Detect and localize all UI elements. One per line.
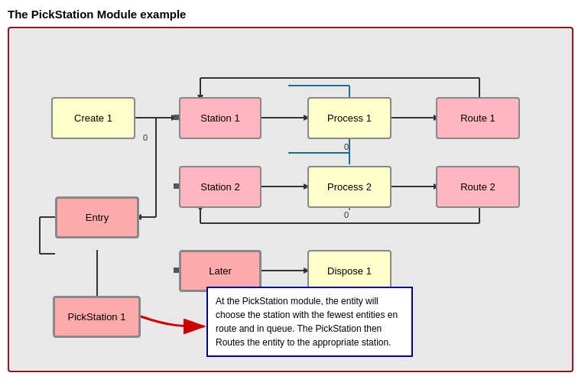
process2-block: Process 2 xyxy=(307,166,391,208)
svg-marker-1 xyxy=(171,115,177,121)
create1-block: Create 1 xyxy=(51,97,135,139)
station1-block: Station 1 xyxy=(179,97,262,139)
process1-block: Process 1 xyxy=(307,97,391,139)
svg-rect-37 xyxy=(174,183,179,189)
dispose1-block: Dispose 1 xyxy=(307,250,391,292)
process1-label: 0 xyxy=(344,142,349,151)
pickstation1-block: PickStation 1 xyxy=(53,296,141,338)
route2-block: Route 2 xyxy=(436,166,520,208)
svg-rect-38 xyxy=(174,268,179,273)
page-title: The PickStation Module example xyxy=(8,8,580,21)
create1-label: 0 xyxy=(143,133,148,142)
station2-block: Station 2 xyxy=(179,166,262,208)
route1-block: Route 1 xyxy=(436,97,520,139)
later-block: Later xyxy=(179,250,262,292)
diagram-area: Create 1 0 Entry PickStation 1 Station 1… xyxy=(8,27,573,372)
page-container: The PickStation Module example xyxy=(0,0,588,386)
info-box: At the PickStation module, the entity wi… xyxy=(206,287,413,357)
entry-block: Entry xyxy=(55,196,139,238)
svg-rect-36 xyxy=(174,115,179,120)
process2-label: 0 xyxy=(344,210,349,219)
